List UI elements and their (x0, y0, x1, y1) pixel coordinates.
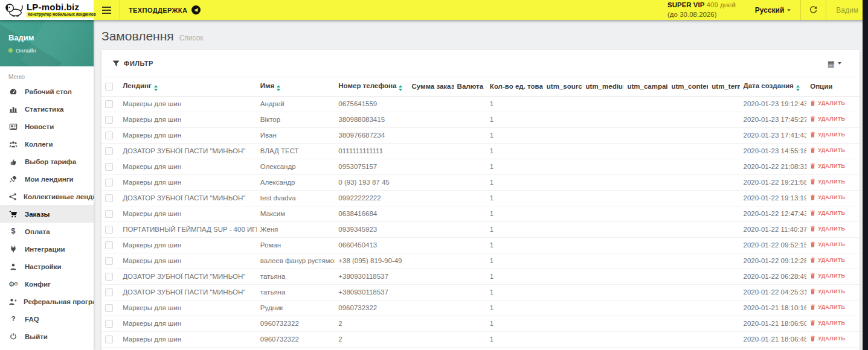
delete-button-label: УДАЛИТЬ (818, 288, 845, 294)
delete-button[interactable]: УДАЛИТЬ (810, 132, 845, 138)
cell-name: Максим (257, 206, 335, 221)
cell-landing: Маркеры для шин (119, 96, 257, 112)
delete-button[interactable]: УДАЛИТЬ (810, 241, 845, 247)
row-checkbox[interactable] (105, 163, 113, 171)
gears-icon: ⚙⚙ (8, 281, 18, 288)
share-icon (8, 192, 17, 201)
cell-phone: 0111111111111 (335, 143, 408, 159)
sidebar-item-интеграции[interactable]: Интеграции (0, 240, 94, 258)
cell-created: 2020-01-23 19:12:43 (740, 96, 807, 112)
cell-utm_source (543, 174, 582, 190)
cell-utm_content (668, 284, 709, 300)
delete-button[interactable]: УДАЛИТЬ (810, 194, 845, 200)
cell-name: татьяна (257, 269, 335, 284)
row-checkbox[interactable] (105, 257, 113, 265)
power-icon (8, 332, 18, 341)
row-checkbox[interactable] (105, 116, 113, 124)
row-checkbox[interactable] (105, 273, 113, 281)
sidebar-item-заказы[interactable]: Заказы (0, 205, 94, 223)
support-label: ТЕХПОДДЕРЖКА (129, 7, 187, 14)
sidebar-item-настройки[interactable]: Настройки (0, 258, 94, 275)
cell-sum (408, 331, 453, 347)
language-selector[interactable]: Русский (745, 0, 801, 20)
row-checkbox[interactable] (105, 304, 113, 312)
sidebar-item-реферальная-программа[interactable]: Реферальная программа (0, 293, 94, 310)
logo[interactable]: LP-mobi.biz Конструктор мобильных лендин… (0, 0, 94, 20)
row-checkbox[interactable] (105, 288, 113, 296)
cell-utm_campaign (623, 331, 667, 347)
topbar-username[interactable]: Вадим (826, 0, 868, 20)
cell-utm_campaign (623, 221, 667, 237)
row-checkbox[interactable] (105, 336, 113, 343)
sidebar-item-новости[interactable]: Новости (0, 118, 94, 135)
column-header: utm_campaign (623, 77, 667, 97)
column-header[interactable]: Лендинг (119, 77, 257, 97)
sidebar-item-мои-лендинги[interactable]: Мои лендинги (0, 170, 94, 188)
delete-button[interactable]: УДАЛИТЬ (810, 304, 845, 310)
cell-utm_content (668, 253, 709, 269)
trash-icon (810, 288, 815, 294)
row-checkbox[interactable] (105, 100, 113, 108)
row-checkbox[interactable] (105, 179, 113, 186)
sidebar-item-коллективные-лендинги[interactable]: Коллективные лендинги (0, 188, 94, 205)
sidebar-item-label: FAQ (25, 316, 39, 323)
support-button[interactable]: ТЕХПОДДЕРЖКА (120, 0, 209, 20)
filter-label: ФИЛЬТР (124, 60, 153, 67)
hamburger-menu-button[interactable] (94, 0, 120, 20)
cell-created: 2020-01-21 18:06:50 (740, 316, 807, 331)
sort-icon[interactable] (796, 85, 800, 91)
sidebar-item-конфиг[interactable]: ⚙⚙Конфиг (0, 275, 94, 293)
refresh-button[interactable] (801, 0, 826, 20)
trash-icon (810, 226, 815, 232)
sidebar-item-оплата[interactable]: $Оплата (0, 223, 94, 240)
cell-phone: 0638416684 (335, 206, 408, 221)
sort-icon[interactable] (154, 85, 158, 91)
cell-select (101, 96, 119, 112)
cell-utm_campaign (623, 237, 667, 253)
delete-button[interactable]: УДАЛИТЬ (810, 320, 845, 326)
sidebar-item-выйти[interactable]: Выйти (0, 328, 94, 345)
delete-button[interactable]: УДАЛИТЬ (810, 147, 845, 153)
sidebar-item-коллеги[interactable]: Коллеги (0, 135, 94, 153)
trash-icon (810, 257, 815, 263)
orders-table: ЛендингИмяНомер телефонаСумма заказаВалю… (101, 77, 860, 350)
row-checkbox[interactable] (105, 194, 113, 202)
column-header[interactable]: Дата создания (740, 77, 807, 97)
delete-button[interactable]: УДАЛИТЬ (810, 179, 845, 185)
table-body: Маркеры для шинАндрей067564155912020-01-… (101, 96, 860, 350)
cell-phone: +380930118537 (335, 284, 408, 300)
row-checkbox[interactable] (105, 320, 113, 328)
cell-sum (408, 174, 453, 190)
scrollbar[interactable] (863, 0, 868, 350)
delete-button[interactable]: УДАЛИТЬ (810, 336, 845, 342)
row-checkbox[interactable] (105, 132, 113, 139)
sidebar-item-faq[interactable]: ?FAQ (0, 310, 94, 328)
filter-button[interactable]: ФИЛЬТР (112, 60, 153, 67)
delete-button[interactable]: УДАЛИТЬ (810, 226, 845, 232)
sidebar-item-статистика[interactable]: Статистика (0, 100, 94, 118)
cell-options: УДАЛИТЬ (806, 112, 860, 127)
column-header[interactable]: Номер телефона (335, 77, 408, 97)
row-checkbox[interactable] (105, 226, 113, 234)
row-checkbox[interactable] (105, 210, 113, 218)
sort-icon[interactable] (399, 85, 402, 91)
select-all-checkbox[interactable] (105, 83, 113, 91)
column-header-label: utm_medium (586, 83, 624, 90)
delete-button[interactable]: УДАЛИТЬ (810, 163, 845, 169)
cell-phone: +38 (095) 819-90-49 (335, 253, 408, 269)
sidebar-item-рабочий-стол[interactable]: Рабочий стол (0, 83, 94, 100)
delete-button[interactable]: УДАЛИТЬ (810, 210, 845, 216)
sort-icon[interactable] (277, 85, 280, 91)
delete-button[interactable]: УДАЛИТЬ (810, 257, 845, 263)
cell-currency (454, 221, 486, 237)
sidebar-item-выбор-тарифа[interactable]: Выбор тарифа (0, 153, 94, 170)
column-header[interactable]: Имя (257, 77, 335, 97)
row-checkbox[interactable] (105, 147, 113, 155)
row-checkbox[interactable] (105, 241, 113, 249)
delete-button[interactable]: УДАЛИТЬ (810, 116, 845, 122)
delete-button[interactable]: УДАЛИТЬ (810, 100, 845, 106)
column-selector[interactable]: ▦ (828, 59, 841, 68)
delete-button[interactable]: УДАЛИТЬ (810, 273, 845, 279)
delete-button[interactable]: УДАЛИТЬ (810, 288, 845, 294)
cell-utm_medium (582, 112, 624, 127)
